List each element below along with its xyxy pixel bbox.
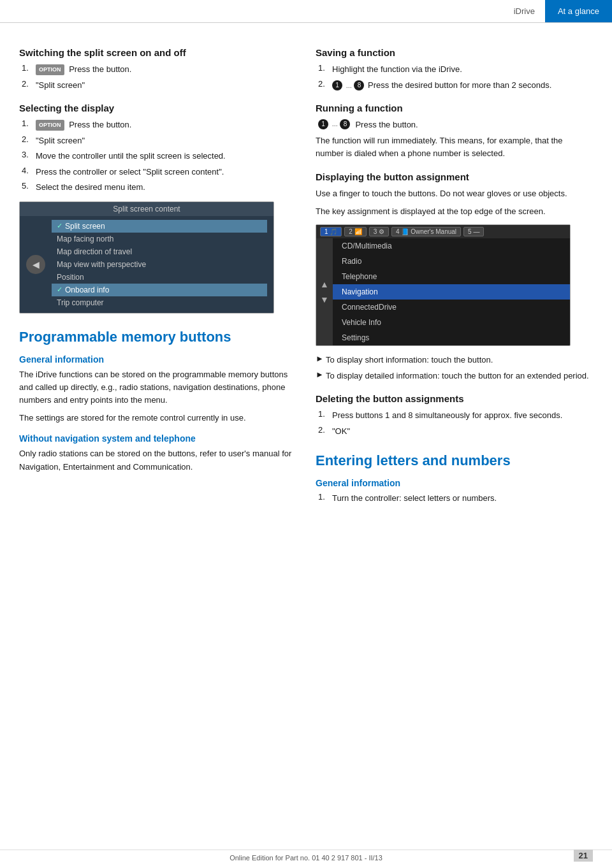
step-number: 2. bbox=[318, 425, 332, 435]
step-number: 1. bbox=[22, 63, 36, 73]
num-badge-1: 1 bbox=[332, 80, 342, 90]
s2-step1: 1. OPTION Press the button. bbox=[19, 119, 296, 131]
menu-item-map-perspective[interactable]: Map view with perspective bbox=[52, 258, 267, 271]
gen-info-para2: The settings are stored for the remote c… bbox=[19, 412, 296, 424]
menu-item-position[interactable]: Position bbox=[52, 271, 267, 284]
idrive-item-radio[interactable]: Radio bbox=[333, 254, 570, 269]
num-badge-8b: 8 bbox=[340, 119, 350, 129]
s1-step2: 2. "Split screen" bbox=[19, 79, 296, 92]
s2-step3: 3. Move the controller until the split s… bbox=[19, 150, 296, 163]
option-icon: OPTION bbox=[36, 120, 64, 131]
saving-section-title: Saving a function bbox=[316, 47, 593, 58]
saving-step2: 2. 1 ... 8 Press the desired button for … bbox=[316, 79, 593, 92]
step-number: 5. bbox=[22, 181, 36, 191]
step-text: OPTION Press the button. bbox=[36, 119, 131, 131]
s2-step2: 2. "Split screen" bbox=[19, 134, 296, 147]
del-step2: 2. "OK" bbox=[316, 425, 593, 438]
screenshot-nav-left[interactable]: ◀ bbox=[26, 255, 45, 274]
idrive-item-telephone[interactable]: Telephone bbox=[333, 269, 570, 284]
idrive-btn-1[interactable]: 1 🎵 bbox=[320, 227, 342, 236]
idrive-btn-2[interactable]: 2 📶 bbox=[344, 227, 366, 236]
split-screen-screenshot: Split screen content ◀ ✓ Split screen Ma… bbox=[19, 201, 274, 314]
left-column: Switching the split screen on and off 1.… bbox=[19, 36, 309, 508]
running-section-title: Running a function bbox=[316, 103, 593, 113]
without-nav-title: Without navigation system and telephone bbox=[19, 433, 296, 444]
step-number: 3. bbox=[22, 150, 36, 159]
idrive-down-arrow[interactable]: ▼ bbox=[320, 294, 329, 305]
idrive-display: 1 🎵 2 📶 3 ⚙ 4 📘 Owner's Manual 5 — ▲ ▼ C… bbox=[316, 224, 571, 346]
gen-info2-title: General information bbox=[316, 478, 593, 488]
header-ataglance-label: At a glance bbox=[545, 0, 612, 22]
idrive-item-settings[interactable]: Settings bbox=[333, 330, 570, 345]
screenshot-menu: ✓ Split screen Map facing north Map dire… bbox=[52, 220, 267, 309]
menu-item-trip-computer[interactable]: Trip computer bbox=[52, 296, 267, 309]
arrow-symbol: ► bbox=[316, 370, 326, 379]
s2-step5: 5. Select the desired menu item. bbox=[19, 181, 296, 194]
bullet2: ► To display detailed information: touch… bbox=[316, 370, 593, 382]
idrive-menu-area: ▲ ▼ CD/Multimedia Radio Telephone Naviga… bbox=[316, 238, 570, 345]
right-column: Saving a function 1. Highlight the funct… bbox=[309, 36, 593, 508]
step-number: 1. bbox=[318, 409, 332, 419]
step-number: 2. bbox=[22, 134, 36, 144]
num-badge-8: 8 bbox=[354, 80, 364, 90]
menu-item-map-direction[interactable]: Map direction of travel bbox=[52, 245, 267, 258]
checkmark-icon: ✓ bbox=[57, 222, 62, 230]
s1-step1: 1. OPTION Press the button. bbox=[19, 63, 296, 76]
switching-section-title: Switching the split screen on and off bbox=[19, 47, 296, 58]
screenshot-content: ◀ ✓ Split screen Map facing north Map di… bbox=[20, 216, 273, 313]
entering-section-title: Entering letters and numbers bbox=[316, 452, 593, 469]
gen-info-title: General information bbox=[19, 354, 296, 365]
step-text: 1 ... 8 Press the desired button for mor… bbox=[332, 79, 551, 92]
saving-step1: 1. Highlight the function via the iDrive… bbox=[316, 63, 593, 76]
arrow-symbol: ► bbox=[316, 354, 326, 363]
gen-info-para1: The iDrive functions can be stored on th… bbox=[19, 368, 296, 407]
s2-step4: 4. Press the controller or select "Split… bbox=[19, 166, 296, 178]
page-number: 21 bbox=[574, 850, 593, 862]
page-footer: Online Edition for Part no. 01 40 2 917 … bbox=[0, 850, 612, 862]
menu-item-split-screen[interactable]: ✓ Split screen bbox=[52, 220, 267, 233]
step-number: 1. bbox=[318, 492, 332, 502]
deleting-section-title: Deleting the button assignments bbox=[316, 393, 593, 404]
running-step: 1 ... 8 Press the button. bbox=[316, 119, 593, 131]
main-content: Switching the split screen on and off 1.… bbox=[0, 23, 612, 521]
idrive-item-cd[interactable]: CD/Multimedia bbox=[333, 238, 570, 254]
bullet1: ► To display short information: touch th… bbox=[316, 354, 593, 366]
header-idrive-label: iDrive bbox=[504, 0, 545, 22]
num-badge-1b: 1 bbox=[318, 119, 328, 129]
idrive-btn-4[interactable]: 4 📘 Owner's Manual bbox=[391, 227, 461, 236]
option-icon: OPTION bbox=[36, 64, 64, 76]
idrive-item-navigation[interactable]: Navigation bbox=[333, 284, 570, 300]
idrive-menu-list: CD/Multimedia Radio Telephone Navigation… bbox=[333, 238, 570, 345]
page-header: iDrive At a glance bbox=[0, 0, 612, 23]
step-number: 1. bbox=[318, 63, 332, 73]
footer-text: Online Edition for Part no. 01 40 2 917 … bbox=[229, 854, 382, 862]
step-number: 4. bbox=[22, 166, 36, 175]
programmable-section-title: Programmable memory buttons bbox=[19, 329, 296, 345]
menu-item-map-north[interactable]: Map facing north bbox=[52, 233, 267, 245]
displaying-section-title: Displaying the button assignment bbox=[316, 171, 593, 182]
step-text: OPTION Press the button. bbox=[36, 63, 131, 76]
displaying-para1: Use a finger to touch the buttons. Do no… bbox=[316, 187, 593, 200]
idrive-btn-5[interactable]: 5 — bbox=[463, 227, 484, 236]
screenshot-titlebar: Split screen content bbox=[20, 202, 273, 216]
del-step1: 1. Press buttons 1 and 8 simultaneously … bbox=[316, 409, 593, 422]
gen-step1: 1. Turn the controller: select letters o… bbox=[316, 492, 593, 505]
running-para: The function will run immediately. This … bbox=[316, 134, 593, 160]
step-number: 1. bbox=[22, 119, 36, 128]
without-nav-para: Only radio stations can be stored on the… bbox=[19, 447, 296, 473]
step-number: 2. bbox=[318, 79, 332, 89]
checkmark-icon: ✓ bbox=[57, 286, 62, 294]
idrive-nav-arrows: ▲ ▼ bbox=[316, 238, 333, 345]
idrive-top-bar: 1 🎵 2 📶 3 ⚙ 4 📘 Owner's Manual 5 — bbox=[316, 225, 570, 238]
idrive-btn-3[interactable]: 3 ⚙ bbox=[369, 227, 389, 236]
selecting-section-title: Selecting the display bbox=[19, 103, 296, 113]
idrive-item-connecteddrive[interactable]: ConnectedDrive bbox=[333, 300, 570, 315]
step-text: 1 ... 8 bbox=[318, 119, 351, 129]
step-number: 2. bbox=[22, 79, 36, 89]
displaying-para2: The key assignment is displayed at the t… bbox=[316, 205, 593, 218]
menu-item-onboard-info[interactable]: ✓ Onboard info bbox=[52, 284, 267, 296]
idrive-item-vehicleinfo[interactable]: Vehicle Info bbox=[333, 315, 570, 330]
idrive-up-arrow[interactable]: ▲ bbox=[320, 279, 329, 289]
